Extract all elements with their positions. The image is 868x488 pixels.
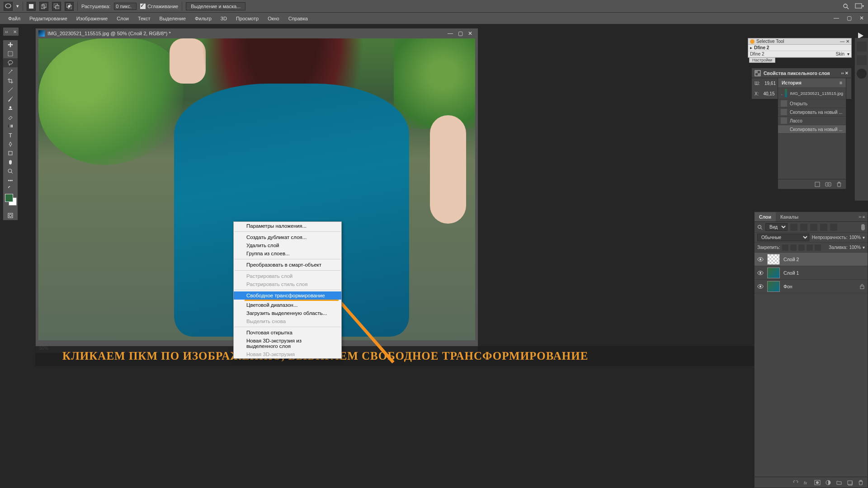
history-tab[interactable]: История≡ (778, 78, 846, 87)
history-item[interactable]: Лассо (778, 117, 846, 125)
menu-edit[interactable]: Редактирование (25, 14, 72, 23)
frame-icon[interactable] (857, 42, 867, 52)
doc-minimize-button[interactable]: — (445, 29, 455, 38)
context-menu-item[interactable]: Удалить слой (234, 241, 341, 249)
blend-mode-select[interactable]: Обычные (757, 234, 809, 241)
visibility-icon[interactable] (757, 256, 764, 263)
doc-close-button[interactable]: ✕ (465, 29, 475, 38)
menu-layers[interactable]: Слои (112, 14, 133, 23)
lock-all-icon[interactable] (807, 244, 813, 251)
menu-image[interactable]: Изображение (72, 14, 112, 23)
filter-smart-icon[interactable] (830, 224, 837, 231)
lock-pixels-icon[interactable] (782, 244, 788, 251)
marquee-tool-icon[interactable] (3, 49, 18, 58)
context-menu-item[interactable]: Загрузить выделенную область... (234, 309, 341, 317)
filter-pixel-icon[interactable] (790, 224, 797, 231)
edit-toolbar-icon[interactable]: ••• (3, 176, 18, 185)
menu-file[interactable]: Файл (4, 14, 25, 23)
menu-filter[interactable]: Фильтр (190, 14, 216, 23)
pen-tool-icon[interactable] (3, 140, 18, 149)
tab-layers[interactable]: Слои (755, 212, 776, 221)
context-menu-item[interactable]: Группа из слоев... (234, 249, 341, 258)
layer-filter-kind[interactable]: Вид (765, 223, 788, 231)
tab-channels[interactable]: Каналы (776, 212, 803, 221)
new-layer-icon[interactable] (847, 479, 853, 486)
shape-tool-icon[interactable] (3, 149, 18, 158)
filter-adjust-icon[interactable] (800, 224, 807, 231)
sel-subtract-icon[interactable] (52, 2, 61, 11)
eyedropper-tool-icon[interactable] (3, 85, 18, 94)
menu-help[interactable]: Справка (284, 14, 312, 23)
minimize-button[interactable]: — (830, 13, 843, 23)
snapshot-icon[interactable] (825, 181, 831, 188)
menu-view[interactable]: Просмотр (231, 14, 263, 23)
trash-icon[interactable] (836, 181, 842, 188)
menu-3d[interactable]: 3D (216, 14, 231, 23)
filter-toggle[interactable] (861, 224, 865, 230)
select-and-mask-button[interactable]: Выделение и маска... (186, 2, 245, 10)
zoom-tool-icon[interactable] (3, 167, 18, 176)
search-icon[interactable] (757, 225, 763, 230)
doc-maximize-button[interactable]: ▢ (455, 29, 465, 38)
context-menu-item[interactable]: Преобразовать в смарт-объект (234, 261, 341, 269)
quick-mask-icon[interactable] (3, 211, 18, 220)
fx-icon[interactable]: fx (803, 479, 810, 486)
layer-row[interactable]: Слой 2 (755, 253, 868, 266)
search-icon[interactable] (841, 1, 851, 11)
context-menu-item[interactable]: Параметры наложения... (234, 222, 341, 230)
close-button[interactable]: ✕ (855, 13, 868, 23)
context-menu-item[interactable]: Создать дубликат слоя... (234, 233, 341, 241)
context-menu-item[interactable]: Новая 3D-экструзия из выделенного слоя (234, 337, 341, 350)
context-menu-item[interactable]: Почтовая открытка (234, 328, 341, 337)
screen-mode-icon[interactable]: ▾ (854, 1, 864, 11)
crop-tool-icon[interactable] (3, 76, 18, 85)
type-tool-icon[interactable]: T (3, 131, 18, 140)
lock-position-icon[interactable] (790, 244, 797, 251)
lock-icon[interactable] (815, 244, 821, 251)
new-doc-from-state-icon[interactable] (814, 181, 821, 188)
history-item[interactable]: Скопировать на новый ... (778, 125, 846, 134)
context-menu-item[interactable]: Свободное трансформирование (234, 291, 341, 300)
group-icon[interactable] (836, 479, 842, 486)
maximize-button[interactable]: ▢ (843, 13, 855, 23)
sel-add-icon[interactable] (39, 2, 48, 11)
layer-row[interactable]: Фон (755, 280, 868, 293)
visibility-icon[interactable] (757, 270, 764, 276)
settings-tab[interactable]: Настройки (749, 57, 775, 63)
adjust-icon[interactable] (857, 55, 867, 65)
sel-new-icon[interactable] (27, 2, 36, 11)
history-item[interactable]: Открыть (778, 99, 846, 108)
filter-shape-icon[interactable] (820, 224, 827, 231)
trash-icon[interactable] (858, 479, 864, 486)
menu-window[interactable]: Окно (263, 14, 284, 23)
filter-type-icon[interactable] (810, 224, 817, 231)
cc-icon[interactable] (857, 69, 867, 79)
tools-collapse[interactable]: ››✕ (3, 28, 19, 36)
gradient-tool-icon[interactable] (3, 122, 18, 131)
eraser-tool-icon[interactable] (3, 113, 18, 122)
visibility-icon[interactable] (757, 283, 764, 290)
selective-tool-panel[interactable]: Selective Tool— ✕ ▸ Dfine 2 Dfine 2Skin▾… (748, 38, 852, 58)
feather-input[interactable] (114, 3, 137, 10)
link-icon[interactable] (793, 479, 799, 486)
menu-type[interactable]: Текст (133, 14, 155, 23)
lasso-tool-icon[interactable] (3, 58, 18, 67)
mask-icon[interactable] (814, 479, 821, 486)
move-tool-icon[interactable] (3, 40, 18, 49)
history-snapshot[interactable]: IMG_20230521_115515.jpg (778, 87, 846, 99)
brush-tool-icon[interactable] (3, 94, 18, 103)
foreground-color-swatch[interactable] (5, 194, 13, 202)
document-titlebar[interactable]: IMG_20230521_115515.jpg @ 50% (Слой 2, R… (36, 28, 478, 38)
lock-artboard-icon[interactable] (798, 244, 805, 251)
swap-colors-icon[interactable] (3, 185, 18, 190)
history-item[interactable]: Скопировать на новый ... (778, 108, 846, 117)
layer-row[interactable]: Слой 1 (755, 266, 868, 280)
color-swatches[interactable] (3, 192, 18, 210)
sel-intersect-icon[interactable] (65, 2, 74, 11)
hand-tool-icon[interactable] (3, 158, 18, 167)
antialias-checkbox[interactable]: Сглаживание (140, 4, 178, 9)
wand-tool-icon[interactable] (3, 67, 18, 76)
menu-select[interactable]: Выделение (155, 14, 190, 23)
lasso-tool-icon[interactable] (4, 2, 13, 11)
adjustment-icon[interactable] (825, 479, 831, 486)
